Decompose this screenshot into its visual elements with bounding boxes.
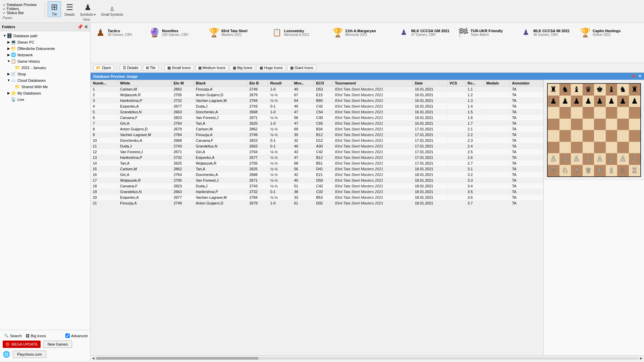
chess-cell-1-0[interactable]: ♟	[548, 96, 559, 107]
chess-cell-5-4[interactable]	[594, 142, 606, 154]
chess-cell-2-7[interactable]	[629, 107, 641, 119]
chess-cell-5-2[interactable]	[571, 142, 583, 154]
open-button[interactable]: 📂 Open	[93, 65, 114, 71]
database-table-container[interactable]: Numb... White Elo W Black Elo B Result M…	[91, 80, 543, 355]
chess-cell-0-4[interactable]: ♚	[594, 84, 606, 96]
chess-cell-7-4[interactable]: ♔	[594, 165, 606, 177]
col-round[interactable]: Ro...	[466, 80, 484, 86]
sidebar-item-2021-january[interactable]: 📁 2021 - January	[0, 64, 90, 71]
symbols-button[interactable]: ♟ Symbols ▾	[78, 1, 98, 17]
preview-close-button[interactable]: ✕	[638, 74, 641, 78]
chess-cell-7-1[interactable]: ♘	[559, 165, 571, 177]
chess-cell-4-0[interactable]	[548, 130, 559, 142]
details-button[interactable]: ☰ Details	[62, 1, 77, 17]
col-black[interactable]: Black	[194, 80, 247, 86]
col-number[interactable]: Numb...	[91, 80, 118, 86]
mlk-im-card[interactable]: ♟ MLK CCCSA IM 2021 46 Games, CBH	[519, 25, 578, 40]
chess-cell-6-0[interactable]: ♙	[548, 153, 559, 165]
chess-cell-7-2[interactable]: ♗	[571, 165, 583, 177]
table-row[interactable]: 10Donchenko,A2668Caruana,F28230-132D1283…	[91, 138, 543, 143]
caplin-card[interactable]: 🏆 Caplin Hastings Online 2021	[578, 25, 622, 40]
col-eco[interactable]: ECO	[314, 80, 333, 86]
mega-update-button[interactable]: 🔴 MEGA UPDATE	[3, 341, 41, 348]
chess-cell-2-1[interactable]	[559, 107, 571, 119]
chess-cell-6-6[interactable]: ♙	[617, 153, 629, 165]
table-row[interactable]: 13Harikrishna,P2732Esipenko,A2677½-½47B1…	[91, 155, 543, 161]
table-row[interactable]: 18Caruana,F2823Duda,J2743½-½51C4283rd Ta…	[91, 183, 543, 189]
chess-cell-4-1[interactable]	[559, 130, 571, 142]
sidebar-item-shop[interactable]: ▶ 🛒 Shop	[0, 71, 90, 77]
chess-cell-2-2[interactable]	[571, 107, 583, 119]
horizontal-scrollbar-area[interactable]: ◀ ▶	[91, 355, 644, 361]
small-symbols-button[interactable]: ♙ Small Symbols	[99, 1, 125, 17]
col-elo-w[interactable]: Elo W	[171, 80, 194, 86]
details-toolbar-button[interactable]: ☰ Details	[120, 65, 142, 71]
advanced-button[interactable]: Advanced	[65, 334, 88, 338]
chess-cell-5-5[interactable]	[606, 142, 618, 154]
table-row[interactable]: 19Grandelius,N2663Harikrishna,P27320-138…	[91, 189, 543, 195]
sidebar-item-oeffentliche[interactable]: ▶ 📁 Öffentliche Dokumente	[0, 45, 90, 52]
chess-cell-6-7[interactable]: ♙	[629, 153, 641, 165]
chess-cell-4-4[interactable]	[594, 130, 606, 142]
tile-toolbar-button[interactable]: ⊞ Tile	[143, 65, 159, 71]
table-row[interactable]: 4Esipenko,A2677Duda,J27430-140C4283rd Ta…	[91, 104, 543, 109]
chess-cell-7-0[interactable]: ♖	[548, 165, 559, 177]
database-preview-label[interactable]: Database Preview	[7, 3, 37, 7]
chess-cell-5-1[interactable]	[559, 142, 571, 154]
table-row[interactable]: 9Vachier-Lagrave,M2784Firouzja,A2749½-½3…	[91, 132, 543, 138]
chess-cell-4-6[interactable]	[617, 130, 629, 142]
chess-cell-3-3[interactable]	[583, 119, 594, 130]
scroll-thumb[interactable]	[96, 357, 259, 360]
chess-cell-4-7[interactable]	[629, 130, 641, 142]
huge-icons-button[interactable]: ▦ Huge Icons	[257, 65, 286, 71]
table-row[interactable]: 21Firouzja,A2749Anton Guijarro,D26791-06…	[91, 200, 543, 206]
col-date[interactable]: Date	[413, 80, 447, 86]
table-row[interactable]: 7Giri,A2764Tari,A26251-047C6583rd Tata S…	[91, 121, 543, 126]
col-moves[interactable]: Mov...	[292, 80, 314, 86]
chess-cell-2-5[interactable]	[606, 107, 618, 119]
table-row[interactable]: 3Harikrishna,P2732Vachier-Lagrave,M2784½…	[91, 98, 543, 104]
chess-cell-6-3[interactable]: ♙	[583, 153, 594, 165]
tactics-card[interactable]: ♟ Tactics 30 Games, CBH	[93, 25, 147, 40]
scroll-track[interactable]	[96, 357, 639, 360]
table-row[interactable]: 11Duda,J2743Grandelius,N26630-140A3083rd…	[91, 143, 543, 149]
chess-cell-2-6[interactable]	[617, 107, 629, 119]
table-row[interactable]: 20Esipenko,A2677Vachier-Lagrave,M2784½-½…	[91, 195, 543, 200]
table-row[interactable]: 16Giri,A2764Donchenko,A2668½-½42E2183rd …	[91, 172, 543, 178]
sidebar-item-netzwerk[interactable]: ▶ 🌐 Netzwerk	[0, 52, 90, 58]
chess-cell-7-7[interactable]: ♖	[629, 165, 641, 177]
medium-icons-button[interactable]: ▦ Medium Icons	[195, 65, 228, 71]
chess-cell-5-3[interactable]	[583, 142, 594, 154]
table-row[interactable]: 8Anton Guijarro,D2679Carlsen,M2862½-½69B…	[91, 126, 543, 132]
col-annotator[interactable]: Annotator	[510, 80, 543, 86]
scroll-left-button[interactable]: ◀	[92, 356, 95, 360]
chess-cell-7-5[interactable]: ♗	[606, 165, 618, 177]
chess-cell-6-1[interactable]: ♙	[559, 153, 571, 165]
chess-cell-6-5[interactable]: ♙	[606, 153, 618, 165]
chess-cell-1-6[interactable]: ♟	[617, 96, 629, 107]
novelties-card[interactable]: 🔮 Novelties 100 Games, CBH	[148, 25, 206, 40]
mlk-gm-card[interactable]: ♟ MLK CCCSA GM 2021 47 Games, CBH	[397, 25, 455, 40]
chess-cell-3-2[interactable]	[571, 119, 583, 130]
chess-cell-3-0[interactable]	[548, 119, 559, 130]
folders-label[interactable]: Folders	[7, 7, 19, 11]
chess-cell-3-7[interactable]	[629, 119, 641, 130]
table-row[interactable]: 2Wojtaszek,R2705Anton Guijarro,D2679½-½6…	[91, 92, 543, 98]
table-row[interactable]: 12Van Foreest,J2671Giri,A2764½-½43C4283r…	[91, 149, 543, 155]
chess-cell-1-4[interactable]: ♟	[594, 96, 606, 107]
chess-cell-1-7[interactable]: ♟	[629, 96, 641, 107]
chess-cell-7-6[interactable]: ♘	[617, 165, 629, 177]
col-tournament[interactable]: Tournament	[333, 80, 413, 86]
chess-cell-6-4[interactable]: ♙	[594, 153, 606, 165]
chess-cell-5-6[interactable]	[617, 142, 629, 154]
col-vcs[interactable]: VCS	[447, 80, 465, 86]
scroll-right-button[interactable]: ▶	[640, 356, 643, 360]
chess-cell-1-2[interactable]: ♟	[571, 96, 583, 107]
chess-cell-2-4[interactable]	[594, 107, 606, 119]
sidebar-close-button[interactable]: ✕	[84, 24, 88, 29]
chess-cell-4-2[interactable]	[571, 130, 583, 142]
tile-button[interactable]: ⊞ Tile	[48, 1, 61, 17]
chess-cell-1-5[interactable]: ♟	[606, 96, 618, 107]
tur-ukr-card[interactable]: 🏁 TUR-UKR Friendly Team Match	[456, 25, 518, 40]
sidebar-item-game-history[interactable]: ▼ 📋 Game History	[0, 58, 90, 64]
